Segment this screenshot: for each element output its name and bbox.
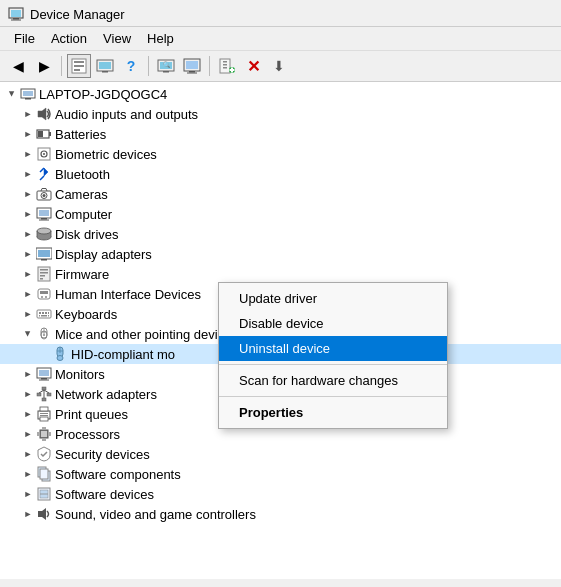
remove-button[interactable]: ✕ (241, 54, 265, 78)
svg-rect-62 (42, 312, 44, 314)
root-label: LAPTOP-JGDQOGC4 (39, 87, 167, 102)
context-menu-uninstall-device[interactable]: Uninstall device (219, 336, 447, 361)
hid-mouse-icon (52, 346, 68, 362)
svg-point-59 (45, 296, 47, 298)
svg-rect-52 (40, 269, 48, 271)
sw-devices-icon (36, 486, 52, 502)
main-area: ► LAPTOP-JGDQOGC4 ► Audio inputs and (0, 82, 561, 579)
tree-item-batteries[interactable]: ► Batteries (0, 124, 561, 144)
batteries-icon (36, 126, 52, 142)
computer-icon (36, 206, 52, 222)
svg-rect-20 (223, 61, 227, 63)
menu-file[interactable]: File (6, 29, 43, 48)
audio-label: Audio inputs and outputs (55, 107, 198, 122)
keyboards-label: Keyboards (55, 307, 117, 322)
svg-rect-54 (40, 275, 45, 277)
refresh-button[interactable]: ⬇ (267, 54, 291, 78)
network-label: Network adapters (55, 387, 157, 402)
processors-label: Processors (55, 427, 120, 442)
svg-point-45 (37, 228, 51, 234)
display-icon (36, 246, 52, 262)
svg-rect-53 (40, 272, 48, 274)
network-icon (36, 386, 52, 402)
audio-icon (36, 106, 52, 122)
title-bar-icon (8, 6, 24, 22)
svg-rect-83 (47, 393, 51, 396)
tree-item-computer[interactable]: ► Computer (0, 204, 561, 224)
svg-rect-10 (102, 71, 108, 73)
svg-rect-2 (13, 18, 19, 20)
menu-view[interactable]: View (95, 29, 139, 48)
security-label: Security devices (55, 447, 150, 462)
svg-line-85 (39, 390, 44, 393)
tree-item-cameras[interactable]: ► Cameras (0, 184, 561, 204)
context-menu: Update driver Disable device Uninstall d… (218, 282, 448, 429)
update-driver-button[interactable] (93, 54, 117, 78)
context-menu-scan-hardware[interactable]: Scan for hardware changes (219, 368, 447, 393)
toolbar-separator-2 (148, 56, 149, 76)
tree-item-software-devices[interactable]: ► Software devices (0, 484, 561, 504)
svg-rect-79 (41, 378, 47, 380)
monitors-label: Monitors (55, 367, 105, 382)
toolbar-separator-1 (61, 56, 62, 76)
context-menu-properties[interactable]: Properties (219, 400, 447, 425)
tree-item-disk[interactable]: ► Disk drives (0, 224, 561, 244)
tree-item-display[interactable]: ► Display adapters (0, 244, 561, 264)
svg-rect-5 (74, 61, 84, 63)
monitors-arrow: ► (20, 366, 36, 382)
svg-rect-3 (11, 20, 21, 21)
tree-root[interactable]: ► LAPTOP-JGDQOGC4 (0, 84, 561, 104)
batteries-arrow: ► (20, 126, 36, 142)
svg-rect-13 (163, 71, 169, 73)
tree-item-audio[interactable]: ► Audio inputs and outputs (0, 104, 561, 124)
svg-rect-22 (223, 67, 227, 69)
monitor-button[interactable] (180, 54, 204, 78)
menu-help[interactable]: Help (139, 29, 182, 48)
sw-components-label: Software components (55, 467, 181, 482)
sound-arrow: ► (20, 506, 36, 522)
bluetooth-label: Bluetooth (55, 167, 110, 182)
svg-rect-57 (40, 291, 48, 294)
tree-item-biometric[interactable]: ► Biometric devices (0, 144, 561, 164)
display-label: Display adapters (55, 247, 152, 262)
svg-line-86 (44, 390, 49, 393)
svg-rect-65 (39, 315, 40, 317)
svg-rect-42 (39, 220, 49, 221)
biometric-label: Biometric devices (55, 147, 157, 162)
add-button[interactable] (215, 54, 239, 78)
batteries-label: Batteries (55, 127, 106, 142)
title-bar: Device Manager (0, 0, 561, 27)
svg-rect-63 (45, 312, 47, 314)
svg-point-58 (41, 296, 43, 298)
hid-icon (36, 286, 52, 302)
menu-action[interactable]: Action (43, 29, 95, 48)
svg-rect-1 (11, 10, 21, 17)
svg-rect-7 (74, 69, 80, 71)
svg-marker-29 (38, 108, 46, 120)
firmware-icon (36, 266, 52, 282)
sound-label: Sound, video and game controllers (55, 507, 256, 522)
tree-item-software-components[interactable]: ► Software components (0, 464, 561, 484)
scan-hardware-button[interactable]: 🔍 (154, 54, 178, 78)
toolbar: ◀ ▶ ? 🔍 (0, 51, 561, 82)
context-menu-update-driver[interactable]: Update driver (219, 286, 447, 311)
tree-item-bluetooth[interactable]: ► Bluetooth (0, 164, 561, 184)
cameras-label: Cameras (55, 187, 108, 202)
firmware-label: Firmware (55, 267, 109, 282)
hid-mouse-label: HID-compliant mo (71, 347, 175, 362)
svg-rect-81 (42, 387, 46, 390)
tree-item-sound[interactable]: ► Sound, video and game controllers (0, 504, 561, 524)
forward-button[interactable]: ▶ (32, 54, 56, 78)
print-icon (36, 406, 52, 422)
bluetooth-arrow: ► (20, 166, 36, 182)
tree-item-security[interactable]: ► Security devices (0, 444, 561, 464)
processors-arrow: ► (20, 426, 36, 442)
tree-item-firmware[interactable]: ► Firmware (0, 264, 561, 284)
help-button[interactable]: ? (119, 54, 143, 78)
context-menu-disable-device[interactable]: Disable device (219, 311, 447, 336)
back-button[interactable]: ◀ (6, 54, 30, 78)
print-arrow: ► (20, 406, 36, 422)
hid-label: Human Interface Devices (55, 287, 201, 302)
firmware-arrow: ► (20, 266, 36, 282)
properties-button[interactable] (67, 54, 91, 78)
